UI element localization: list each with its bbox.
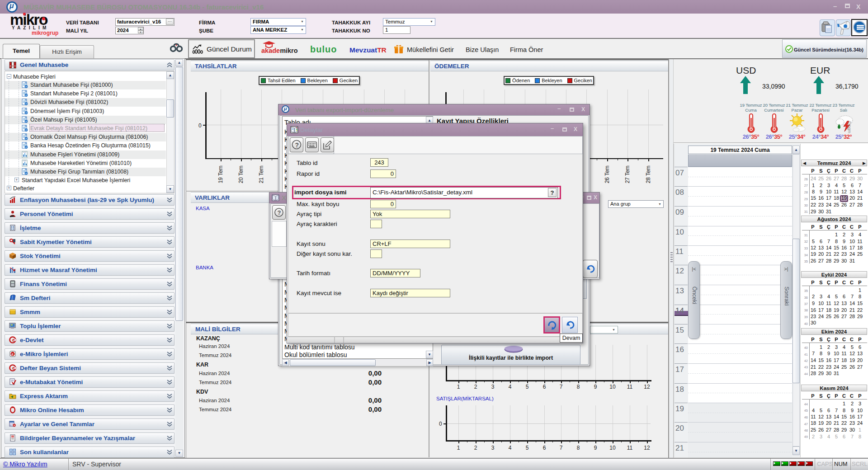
svg-text:e: e (12, 338, 15, 343)
svg-text:e: e (12, 352, 14, 356)
svg-text:e: e (12, 366, 15, 371)
svg-text:?: ? (278, 209, 281, 216)
svg-text:?: ? (295, 141, 299, 149)
